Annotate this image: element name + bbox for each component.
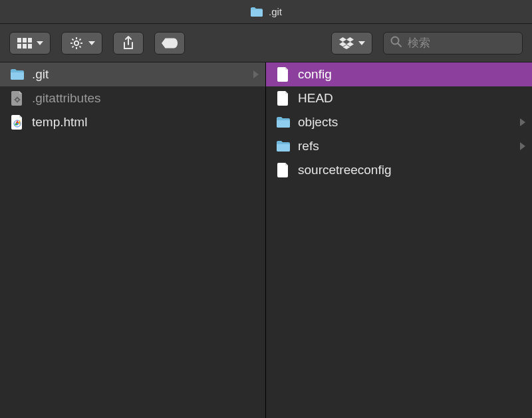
column-right: config HEAD objects refs <box>266 62 532 418</box>
action-menu-button[interactable] <box>61 32 102 54</box>
share-icon <box>120 35 136 51</box>
folder-icon <box>250 7 263 17</box>
svg-rect-2 <box>28 38 32 43</box>
svg-line-14 <box>79 39 80 40</box>
list-item[interactable]: .git <box>0 62 265 86</box>
dropbox-icon <box>338 35 354 51</box>
toolbar: 検索 <box>0 24 532 62</box>
list-item[interactable]: sourcetreeconfig <box>266 158 532 182</box>
chevron-right-icon <box>520 118 525 126</box>
svg-rect-1 <box>23 38 27 43</box>
svg-rect-0 <box>17 38 21 43</box>
folder-icon <box>275 138 291 154</box>
gear-doc-icon <box>9 90 25 106</box>
window-title: .git <box>269 6 282 17</box>
list-item[interactable]: refs <box>266 134 532 158</box>
list-item[interactable]: HEAD <box>266 86 532 110</box>
svg-line-13 <box>72 46 74 47</box>
item-label: .git <box>32 67 49 82</box>
svg-line-16 <box>398 43 402 47</box>
svg-line-12 <box>79 46 80 47</box>
chevron-down-icon <box>37 41 43 45</box>
share-button[interactable] <box>113 32 144 54</box>
item-label: HEAD <box>298 91 333 106</box>
item-label: objects <box>298 115 338 130</box>
file-icon <box>275 90 291 106</box>
svg-rect-3 <box>17 44 21 49</box>
folder-icon <box>9 66 25 82</box>
folder-icon <box>275 114 291 130</box>
svg-rect-4 <box>23 44 27 49</box>
chevron-right-icon <box>253 70 259 78</box>
item-label: sourcetreeconfig <box>298 163 391 177</box>
html-doc-icon <box>9 114 25 130</box>
list-item[interactable]: .gitattributes <box>0 86 265 110</box>
chevron-down-icon <box>358 41 365 45</box>
item-label: temp.html <box>32 115 87 130</box>
search-placeholder: 検索 <box>408 35 430 51</box>
column-left: .git .gitattributes temp.html <box>0 62 266 418</box>
file-icon <box>275 162 291 178</box>
search-icon <box>390 36 402 51</box>
svg-point-6 <box>74 41 78 45</box>
chevron-right-icon <box>520 142 525 150</box>
tag-icon <box>162 35 178 51</box>
file-icon <box>275 66 291 82</box>
list-item[interactable]: objects <box>266 110 532 134</box>
gear-icon <box>68 35 84 51</box>
grid-icon <box>17 35 33 51</box>
svg-rect-5 <box>28 44 32 49</box>
chevron-down-icon <box>88 41 95 45</box>
view-mode-button[interactable] <box>9 32 51 54</box>
window-titlebar: .git <box>0 0 532 24</box>
item-label: refs <box>298 139 319 154</box>
item-label: .gitattributes <box>32 91 101 106</box>
dropbox-button[interactable] <box>331 32 372 54</box>
tags-button[interactable] <box>154 32 185 54</box>
list-item[interactable]: temp.html <box>0 110 265 134</box>
svg-line-11 <box>72 39 74 40</box>
item-label: config <box>298 67 332 82</box>
column-view: .git .gitattributes temp.html config <box>0 62 532 418</box>
list-item[interactable]: config <box>266 62 532 86</box>
search-field[interactable]: 検索 <box>383 32 523 54</box>
